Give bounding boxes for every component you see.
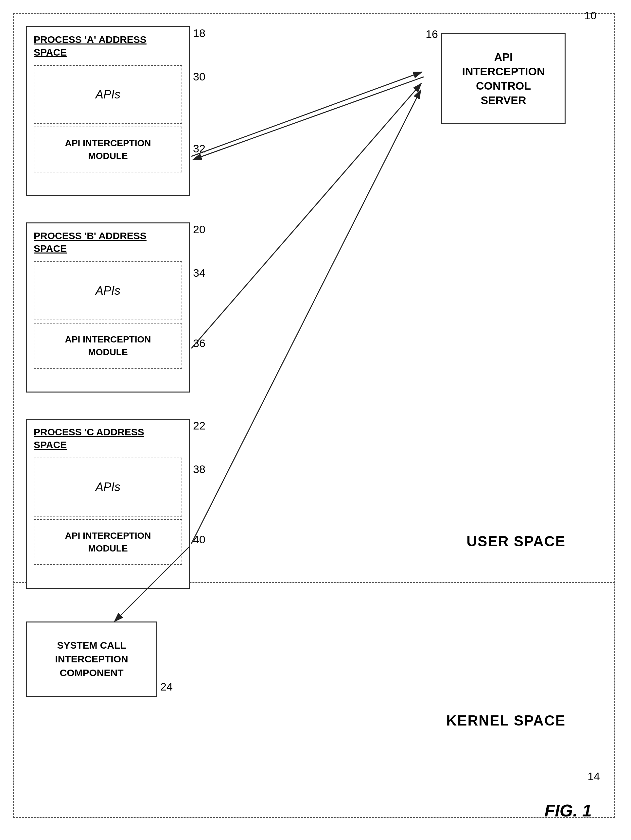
ref-18: 18 — [193, 27, 205, 39]
process-b-module-box: API INTERCEPTIONMODULE — [34, 323, 182, 369]
ref-22: 22 — [193, 419, 205, 432]
ref-24: 24 — [160, 681, 173, 693]
process-a-module-box: API INTERCEPTIONMODULE — [34, 126, 182, 172]
fig-label: FIG. 1 — [545, 801, 592, 820]
ref-16: 16 — [426, 28, 438, 41]
api-server-title: APIINTERCEPTIONCONTROLSERVER — [462, 50, 545, 107]
process-b-title: PROCESS 'B' ADDRESSSPACE — [27, 223, 189, 258]
diagram-page: 10 FIG. 1 USER SPACE KERNEL SPACE APIINT… — [0, 0, 631, 840]
syscall-box: SYSTEM CALLINTERCEPTIONCOMPONENT — [26, 622, 157, 697]
ref-14: 14 — [587, 770, 600, 783]
process-b-module-label: API INTERCEPTIONMODULE — [65, 333, 151, 358]
process-a-title: PROCESS 'A' ADDRESSSPACE — [27, 27, 189, 62]
api-server-box: APIINTERCEPTIONCONTROLSERVER — [441, 33, 566, 124]
process-c-title: PROCESS 'C ADDRESSSPACE — [27, 420, 189, 454]
process-a-api-box: APIs — [34, 65, 182, 124]
ref-20: 20 — [193, 223, 205, 236]
process-b-api-box: APIs — [34, 261, 182, 320]
process-a-module-label: API INTERCEPTIONMODULE — [65, 137, 151, 162]
ref-32: 32 — [193, 142, 205, 155]
process-b-box: PROCESS 'B' ADDRESSSPACE APIs API INTERC… — [26, 223, 190, 393]
process-c-api-box: APIs — [34, 458, 182, 516]
process-c-api-label: APIs — [96, 480, 120, 494]
ref-38: 38 — [193, 463, 205, 475]
process-c-module-box: API INTERCEPTIONMODULE — [34, 519, 182, 565]
process-a-box: PROCESS 'A' ADDRESSSPACE APIs API INTERC… — [26, 26, 190, 196]
ref-34: 34 — [193, 267, 205, 279]
syscall-title: SYSTEM CALLINTERCEPTIONCOMPONENT — [55, 638, 128, 680]
ref-40: 40 — [193, 533, 205, 546]
process-c-box: PROCESS 'C ADDRESSSPACE APIs API INTERCE… — [26, 419, 190, 589]
process-b-api-label: APIs — [96, 284, 120, 298]
process-a-api-label: APIs — [96, 88, 120, 101]
ref-10: 10 — [584, 9, 597, 22]
ref-30: 30 — [193, 70, 205, 83]
ref-36: 36 — [193, 337, 205, 350]
process-c-module-label: API INTERCEPTIONMODULE — [65, 529, 151, 555]
user-space-label: USER SPACE — [467, 533, 566, 549]
kernel-space-label: KERNEL SPACE — [446, 712, 566, 729]
